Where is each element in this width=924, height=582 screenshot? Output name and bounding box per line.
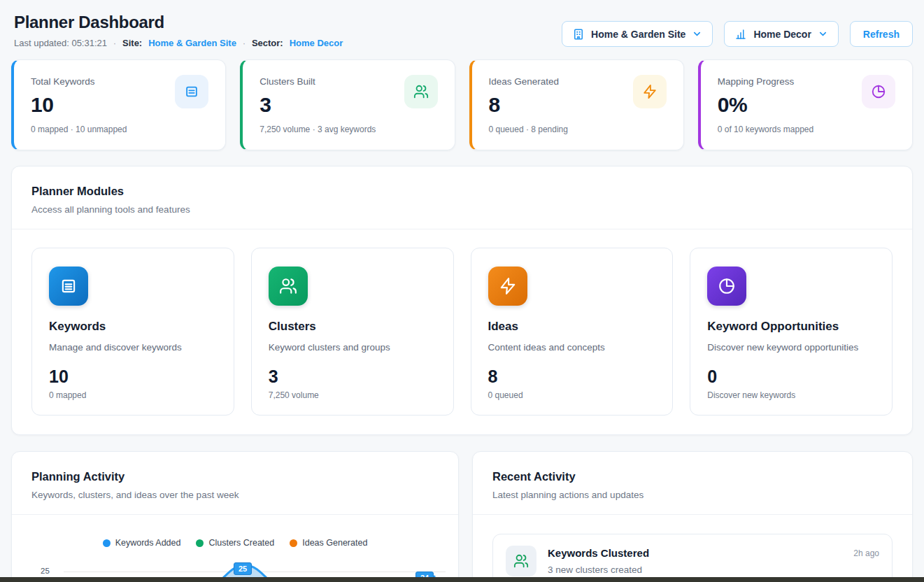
module-card-keywords[interactable]: Keywords Manage and discover keywords 10… bbox=[31, 248, 234, 416]
bottom-row: Planning Activity Keywords, clusters, an… bbox=[11, 451, 913, 582]
module-title: Clusters bbox=[269, 320, 436, 334]
module-value: 3 bbox=[269, 367, 436, 387]
meta-separator: · bbox=[113, 38, 116, 48]
recent-item-timestamp: 2h ago bbox=[853, 546, 879, 558]
sector-label: Sector: bbox=[252, 38, 283, 48]
recent-activity-panel: Recent Activity Latest planning actions … bbox=[472, 451, 913, 582]
module-subtext: 0 queued bbox=[488, 390, 656, 400]
sector-selector-label: Home Decor bbox=[753, 29, 811, 40]
recent-title: Recent Activity bbox=[492, 470, 893, 483]
document-icon bbox=[49, 267, 88, 306]
page-header: Planner Dashboard Last updated: 05:31:21… bbox=[0, 0, 924, 48]
recent-list: Keywords Clustered 3 new clusters create… bbox=[473, 515, 912, 582]
page-title: Planner Dashboard bbox=[14, 13, 343, 32]
zap-icon bbox=[488, 267, 527, 306]
modules-header: Planner Modules Access all planning tool… bbox=[12, 166, 912, 229]
last-updated: Last updated: 05:31:21 bbox=[14, 38, 107, 48]
site-selector-label: Home & Garden Site bbox=[591, 29, 685, 40]
activity-subtitle: Keywords, clusters, and ideas over the p… bbox=[31, 490, 439, 500]
stat-subtext: 0 of 10 keywords mapped bbox=[718, 125, 895, 134]
recent-subtitle: Latest planning actions and updates bbox=[492, 490, 893, 500]
planning-activity-panel: Planning Activity Keywords, clusters, an… bbox=[11, 451, 459, 582]
chevron-down-icon bbox=[818, 29, 828, 39]
module-subtext: Discover new keywords bbox=[707, 390, 875, 400]
stat-subtext: 7,250 volume · 3 avg keywords bbox=[260, 125, 437, 134]
zap-icon bbox=[633, 75, 667, 108]
sector-selector-button[interactable]: Home Decor bbox=[724, 21, 838, 47]
sector-link[interactable]: Home Decor bbox=[290, 38, 343, 48]
chevron-down-icon bbox=[692, 29, 702, 39]
module-title: Keyword Opportunities bbox=[707, 320, 875, 334]
module-subtext: 0 mapped bbox=[49, 390, 217, 400]
header-left: Planner Dashboard Last updated: 05:31:21… bbox=[14, 13, 343, 48]
recent-header: Recent Activity Latest planning actions … bbox=[473, 452, 912, 514]
building-icon bbox=[572, 28, 585, 41]
bottom-bar bbox=[0, 577, 924, 582]
activity-header: Planning Activity Keywords, clusters, an… bbox=[12, 452, 458, 514]
module-value: 0 bbox=[707, 367, 875, 387]
module-card-clusters[interactable]: Clusters Keyword clusters and groups 3 7… bbox=[251, 248, 454, 416]
users-icon bbox=[404, 75, 438, 108]
bar-chart-icon bbox=[734, 28, 747, 41]
users-icon bbox=[506, 546, 536, 576]
site-selector-button[interactable]: Home & Garden Site bbox=[562, 21, 713, 47]
module-description: Keyword clusters and groups bbox=[269, 342, 436, 353]
module-subtext: 7,250 volume bbox=[269, 390, 436, 400]
refresh-button[interactable]: Refresh bbox=[850, 21, 913, 47]
module-value: 10 bbox=[49, 367, 217, 387]
recent-item-title: Keywords Clustered bbox=[548, 547, 649, 559]
module-title: Keywords bbox=[49, 320, 217, 334]
module-card-ideas[interactable]: Ideas Content ideas and concepts 8 0 que… bbox=[471, 248, 674, 416]
modules-subtitle: Access all planning tools and features bbox=[31, 204, 893, 215]
pie-chart-icon bbox=[707, 267, 746, 306]
activity-chart: Keywords Added Clusters Created Ideas Ge… bbox=[12, 515, 458, 582]
module-card-keyword-opportunities[interactable]: Keyword Opportunities Discover new keywo… bbox=[690, 248, 893, 416]
recent-item-text: Keywords Clustered 3 new clusters create… bbox=[548, 546, 649, 575]
stat-card-ideas-generated: Ideas Generated 8 0 queued · 8 pending bbox=[469, 59, 684, 150]
stat-subtext: 0 queued · 8 pending bbox=[489, 125, 667, 134]
module-value: 8 bbox=[488, 367, 656, 387]
site-link[interactable]: Home & Garden Site bbox=[148, 38, 236, 48]
modules-grid: Keywords Manage and discover keywords 10… bbox=[12, 229, 912, 434]
meta-separator: · bbox=[243, 38, 246, 48]
activity-title: Planning Activity bbox=[31, 470, 439, 483]
stats-row: Total Keywords 10 0 mapped · 10 unmapped… bbox=[11, 59, 913, 150]
recent-item-description: 3 new clusters created bbox=[548, 565, 649, 575]
users-icon bbox=[269, 267, 308, 306]
stat-card-total-keywords: Total Keywords 10 0 mapped · 10 unmapped bbox=[11, 59, 226, 150]
stat-subtext: 0 mapped · 10 unmapped bbox=[31, 125, 208, 134]
document-icon bbox=[175, 75, 208, 108]
module-description: Manage and discover keywords bbox=[49, 342, 217, 353]
meta-row: Last updated: 05:31:21 · Site: Home & Ga… bbox=[14, 38, 343, 48]
module-description: Discover new keyword opportunities bbox=[707, 342, 875, 353]
stat-card-clusters-built: Clusters Built 3 7,250 volume · 3 avg ke… bbox=[240, 59, 455, 150]
data-point-label: 25 bbox=[234, 562, 252, 575]
header-controls: Home & Garden Site Home Decor Refresh bbox=[562, 21, 913, 47]
recent-activity-item[interactable]: Keywords Clustered 3 new clusters create… bbox=[492, 534, 893, 582]
planner-modules-panel: Planner Modules Access all planning tool… bbox=[11, 166, 913, 435]
modules-title: Planner Modules bbox=[31, 185, 893, 198]
module-title: Ideas bbox=[488, 320, 656, 334]
site-label: Site: bbox=[122, 38, 142, 48]
module-description: Content ideas and concepts bbox=[488, 342, 656, 353]
refresh-button-label: Refresh bbox=[863, 29, 900, 40]
pie-chart-icon bbox=[862, 75, 895, 108]
stat-card-mapping-progress: Mapping Progress 0% 0 of 10 keywords map… bbox=[698, 59, 913, 150]
